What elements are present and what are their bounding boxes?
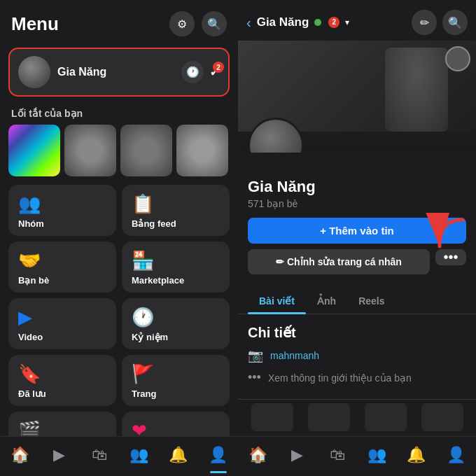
- feed-icon: 📋: [132, 195, 220, 213]
- feed-label: Bảng feed: [132, 218, 220, 229]
- header-icons: ⚙ 🔍: [169, 11, 227, 36]
- add-story-button[interactable]: + Thêm vào tin: [248, 218, 466, 244]
- right-nav-groups[interactable]: 👥: [361, 442, 392, 468]
- thumbnail: [308, 403, 350, 431]
- instagram-icon: 📷: [248, 348, 263, 363]
- menu-item-pages[interactable]: 🚩 Trang: [122, 355, 230, 406]
- right-header: ‹ Gia Năng 2 ▾ ✏ 🔍: [238, 0, 476, 41]
- menu-item-reels[interactable]: 🎬 Reels: [8, 412, 116, 436]
- tab-photos[interactable]: Ảnh: [306, 288, 347, 314]
- search-button[interactable]: 🔍: [202, 11, 227, 36]
- pages-label: Trang: [132, 388, 220, 399]
- nav-video[interactable]: ▶: [44, 442, 75, 468]
- dating-icon: ❤: [132, 421, 220, 436]
- online-status: [314, 19, 321, 26]
- tab-reels[interactable]: Reels: [347, 288, 396, 314]
- thumbnail: [421, 403, 463, 431]
- nav-notifications[interactable]: 🔔: [163, 442, 194, 468]
- shortcut-item[interactable]: [64, 125, 116, 176]
- edit-profile-button[interactable]: ✏ Chỉnh sửa trang cá nhân: [248, 249, 430, 274]
- menu-grid: 👥 Nhóm 📋 Bảng feed 🤝 Bạn bè 🏪 Marketplac…: [0, 182, 238, 436]
- menu-item-groups[interactable]: 👥 Nhóm: [8, 185, 116, 236]
- nav-home[interactable]: 🏠: [4, 442, 35, 468]
- right-nav-video[interactable]: ▶: [282, 442, 313, 468]
- right-nav-menu[interactable]: 👤: [441, 442, 472, 468]
- friends-label: Bạn bè: [18, 275, 106, 286]
- more-dots-icon: •••: [248, 370, 261, 385]
- menu-item-marketplace[interactable]: 🏪 Marketplace: [122, 241, 230, 293]
- notifications-icon: 🔔: [169, 446, 188, 464]
- shortcut-item[interactable]: [120, 125, 172, 176]
- groups-icon: 👥: [18, 195, 106, 213]
- memories-icon: 🕐: [132, 308, 220, 326]
- edit-button[interactable]: ✏: [412, 10, 437, 35]
- checkmark-area: ✓ 2: [209, 64, 220, 80]
- tab-posts-label: Bài viết: [259, 295, 295, 307]
- left-bottom-nav: 🏠 ▶ 🛍 👥 🔔 👤: [0, 436, 238, 476]
- r-notifications-icon: 🔔: [407, 446, 426, 464]
- shortcuts-label: Lối tắt của bạn: [0, 102, 238, 122]
- tab-photos-label: Ảnh: [317, 295, 336, 307]
- bio-row: ••• Xem thông tin giới thiệu của bạn: [248, 370, 466, 385]
- details-section: Chi tiết 📷 mahnmanh ••• Xem thông tin gi…: [238, 314, 476, 392]
- instagram-row: 📷 mahnmanh: [248, 348, 466, 363]
- dropdown-icon[interactable]: ▾: [345, 18, 349, 27]
- bio-text[interactable]: Xem thông tin giới thiệu của bạn: [268, 372, 412, 384]
- r-menu-icon: 👤: [447, 446, 465, 464]
- shortcut-item[interactable]: [8, 125, 60, 176]
- menu-item-saved[interactable]: 🔖 Đã lưu: [8, 355, 116, 406]
- menu-item-feed[interactable]: 📋 Bảng feed: [122, 185, 230, 236]
- more-icon: •••: [443, 249, 458, 265]
- nav-groups[interactable]: 👥: [123, 442, 154, 468]
- right-nav-marketplace[interactable]: 🛍: [322, 442, 353, 468]
- menu-item-memories[interactable]: 🕐 Kỷ niệm: [122, 298, 230, 349]
- active-indicator: [210, 471, 227, 473]
- cover-area: [238, 41, 476, 153]
- shortcut-item[interactable]: [176, 125, 228, 176]
- r-marketplace-icon: 🛍: [330, 446, 345, 464]
- nav-marketplace[interactable]: 🛍: [84, 442, 115, 468]
- details-title: Chi tiết: [248, 324, 466, 341]
- tab-posts[interactable]: Bài viết: [248, 288, 306, 314]
- r-video-icon: ▶: [291, 446, 303, 464]
- reels-icon: 🎬: [18, 421, 106, 436]
- settings-button[interactable]: ⚙: [169, 11, 195, 36]
- menu-item-dating[interactable]: ❤ Hẹn hò: [122, 412, 230, 436]
- r-home-icon: 🏠: [248, 446, 267, 464]
- menu-item-friends[interactable]: 🤝 Bạn bè: [8, 241, 116, 293]
- activity-log-button[interactable]: 🕐: [181, 61, 204, 83]
- right-header-left: ‹ Gia Năng 2 ▾: [246, 15, 349, 31]
- menu-title: Menu: [11, 13, 59, 35]
- right-search-button[interactable]: 🔍: [442, 10, 468, 35]
- shortcuts-row: [0, 122, 238, 182]
- right-header-right: ✏ 🔍: [412, 10, 468, 35]
- memories-label: Kỷ niệm: [132, 332, 220, 342]
- instagram-handle[interactable]: mahnmanh: [270, 350, 319, 361]
- menu-nav-icon: 👤: [209, 446, 227, 464]
- more-button[interactable]: •••: [435, 249, 466, 265]
- right-profile-name: Gia Năng: [257, 15, 309, 29]
- settings-icon: ⚙: [177, 18, 187, 31]
- friends-count: 571 bạn bè: [248, 198, 466, 209]
- profile-row[interactable]: Gia Năng 🕐 ✓ 2: [8, 48, 230, 97]
- menu-item-video[interactable]: ▶ Video: [8, 298, 116, 349]
- profile-row-icons: 🕐 ✓ 2: [181, 61, 220, 83]
- video-icon: ▶: [18, 308, 106, 326]
- back-button[interactable]: ‹: [246, 15, 251, 31]
- groups-nav-icon: 👥: [130, 446, 148, 464]
- profile-full-name: Gia Năng: [248, 178, 466, 196]
- search-icon: 🔍: [207, 18, 221, 31]
- nav-menu[interactable]: 👤: [203, 442, 234, 468]
- right-nav-home[interactable]: 🏠: [242, 442, 273, 468]
- profile-info-section: Gia Năng 571 bạn bè + Thêm vào tin ✏ Chỉ…: [238, 153, 476, 288]
- action-btn-row: ✏ Chỉnh sửa trang cá nhân •••: [248, 249, 466, 274]
- right-nav-notifications[interactable]: 🔔: [401, 442, 432, 468]
- home-icon: 🏠: [10, 446, 29, 464]
- friends-icon: 🤝: [18, 251, 106, 270]
- edit-profile-label: ✏ Chỉnh sửa trang cá nhân: [276, 256, 402, 267]
- video-nav-icon: ▶: [53, 446, 65, 464]
- marketplace-label: Marketplace: [132, 275, 220, 286]
- right-bottom-nav: 🏠 ▶ 🛍 👥 🔔 👤: [238, 436, 476, 476]
- tab-reels-label: Reels: [358, 295, 384, 307]
- marketplace-icon: 🏪: [132, 251, 220, 270]
